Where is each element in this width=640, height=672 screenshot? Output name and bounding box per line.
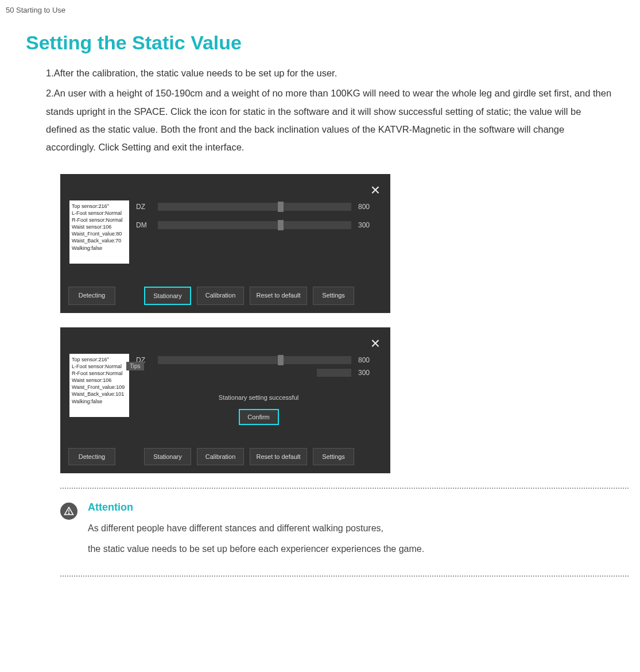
- dm-value: 300: [358, 221, 381, 229]
- tips-tag: Tips: [126, 362, 144, 370]
- sensor-line: L-Foot sensor:Normal: [72, 210, 127, 217]
- steps-block: 1.After the calibration, the static valu…: [26, 64, 614, 157]
- calibration-button[interactable]: Calibration: [197, 287, 244, 305]
- detecting-button[interactable]: Detecting: [68, 287, 115, 305]
- sensor-line: Top sensor:216°: [72, 356, 127, 363]
- svg-point-1: [68, 513, 69, 513]
- sensor-line: R-Foot sensor:Normal: [72, 217, 127, 223]
- spacer: [121, 287, 138, 305]
- sensor-line: Walking:false: [72, 245, 127, 252]
- sensor-line: Waist_Front_value:109: [72, 384, 127, 391]
- dz-value: 800: [358, 356, 381, 364]
- modal-message: Stationary setting successful: [136, 394, 381, 401]
- spacer: [121, 448, 138, 465]
- sensor-line: Top sensor:216°: [72, 203, 127, 210]
- attention-line-2: the static value needs to be set up befo…: [88, 542, 424, 556]
- settings-button[interactable]: Settings: [313, 287, 354, 305]
- settings-panel-a: × Top sensor:216° L-Foot sensor:Normal R…: [60, 174, 390, 313]
- close-icon[interactable]: ×: [371, 180, 383, 198]
- attention-box: Attention As different people have diffe…: [60, 488, 629, 577]
- step-2: 2.An user with a height of 150-190cm and…: [46, 84, 614, 156]
- dm-label: DM: [136, 221, 151, 229]
- stationary-button[interactable]: Stationary: [144, 448, 191, 465]
- step-1: 1.After the calibration, the static valu…: [46, 64, 614, 82]
- confirm-button[interactable]: Confirm: [239, 409, 279, 425]
- sensor-line: Waist sensor:106: [72, 377, 127, 384]
- dz-label: DZ: [136, 203, 151, 211]
- page-title: Setting the Static Value: [26, 32, 614, 54]
- sensor-line: Waist sensor:106: [72, 223, 127, 230]
- reset-to-default-button[interactable]: Reset to default: [250, 287, 307, 305]
- sensor-line: Waist_Back_value:101: [72, 391, 127, 397]
- settings-button[interactable]: Settings: [313, 448, 354, 465]
- dz-value: 800: [358, 203, 381, 211]
- sensor-line: L-Foot sensor:Normal: [72, 363, 127, 370]
- alert-icon: [60, 503, 77, 520]
- sensor-line: Waist_Back_value:70: [72, 237, 127, 244]
- dz-slider[interactable]: [158, 203, 351, 211]
- settings-panel-b: × Top sensor:216° L-Foot sensor:Normal R…: [60, 327, 390, 473]
- page-header: 50 Starting to Use: [0, 6, 640, 14]
- attention-heading: Attention: [88, 501, 424, 513]
- sensor-line: Waist_Front_value:80: [72, 230, 127, 237]
- sensor-line: R-Foot sensor:Normal: [72, 370, 127, 377]
- calibration-button[interactable]: Calibration: [197, 448, 244, 465]
- sensor-readout: Top sensor:216° L-Foot sensor:Normal R-F…: [69, 200, 129, 264]
- stationary-button[interactable]: Stationary: [144, 287, 191, 305]
- close-icon[interactable]: ×: [371, 333, 383, 352]
- dm-value: 300: [358, 369, 381, 377]
- detecting-button[interactable]: Detecting: [68, 448, 115, 465]
- dm-slider-partial[interactable]: [317, 369, 351, 377]
- dz-slider[interactable]: [158, 356, 351, 364]
- sensor-line: Walking:false: [72, 398, 127, 405]
- dm-slider[interactable]: [158, 221, 351, 229]
- reset-to-default-button[interactable]: Reset to default: [250, 448, 307, 465]
- attention-line-1: As different people have different stanc…: [88, 522, 424, 535]
- sensor-readout: Top sensor:216° L-Foot sensor:Normal R-F…: [69, 354, 129, 417]
